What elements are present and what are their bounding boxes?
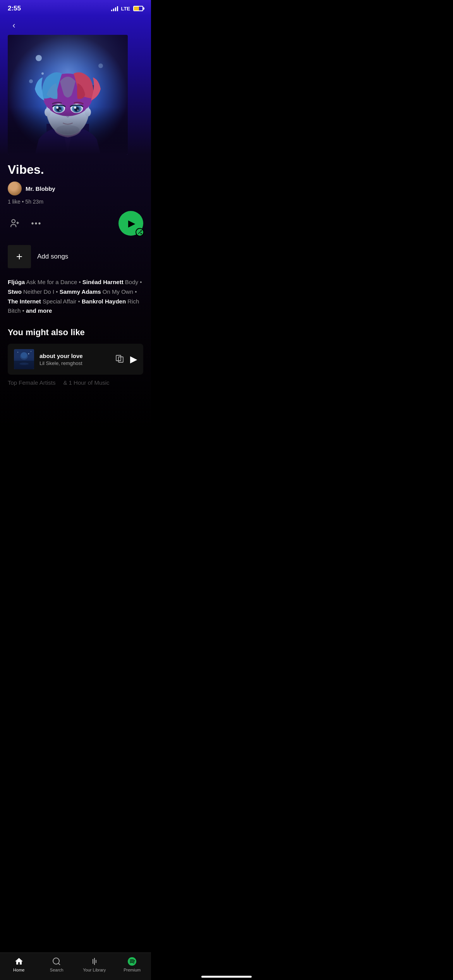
shuffle-badge xyxy=(136,228,144,236)
album-art-container xyxy=(8,35,143,155)
add-songs-box: + xyxy=(8,245,31,268)
creator-avatar[interactable] xyxy=(8,182,22,195)
svg-point-28 xyxy=(12,219,15,223)
lte-label: LTE xyxy=(121,6,130,12)
blurred-item-2: & 1 Hour of Music xyxy=(63,379,109,386)
song-body: Body • xyxy=(125,279,142,285)
blurred-item-1: Top Female Artists xyxy=(8,379,55,386)
song-special: Special Affair • xyxy=(43,298,82,305)
back-button[interactable]: ‹ xyxy=(8,19,20,32)
playlist-info: Vibes. Mr. Blobby 1 like • 5h 23m ••• ▶ xyxy=(0,155,151,429)
song-description: Fljúga Ask Me for a Dance • Sinéad Harne… xyxy=(8,278,143,316)
artist-fljuga: Fljúga xyxy=(8,279,25,285)
connect-device-button[interactable] xyxy=(115,354,125,365)
song-neither: Neither Do I • xyxy=(23,288,60,295)
and-more-text: and more xyxy=(26,307,52,314)
creator-name[interactable]: Mr. Blobby xyxy=(26,185,55,192)
status-bar: 2:55 LTE xyxy=(0,0,151,15)
add-plus-icon: + xyxy=(16,250,22,263)
play-icon: ▶ xyxy=(128,218,135,229)
rec-title: about your love xyxy=(39,353,110,359)
svg-point-39 xyxy=(31,351,31,352)
artist-sinead: Sinéad Harnett xyxy=(82,279,124,285)
svg-point-38 xyxy=(28,353,29,355)
rec-artist: Lil Skele, remghost xyxy=(39,360,110,366)
follow-icon xyxy=(10,218,20,228)
song-on-my-own: On My Own • xyxy=(103,288,137,295)
more-dots-icon: ••• xyxy=(31,219,41,228)
signal-icon xyxy=(111,6,118,11)
hero-section: ‹ xyxy=(0,15,151,155)
add-songs-row[interactable]: + Add songs xyxy=(8,245,143,268)
rec-info: about your love Lil Skele, remghost xyxy=(39,353,110,366)
playlist-title: Vibes. xyxy=(8,163,143,177)
rec-actions: ▶ xyxy=(115,354,137,365)
album-art xyxy=(8,35,128,155)
recommendation-card[interactable]: about your love Lil Skele, remghost ▶ xyxy=(8,344,143,375)
artist-internet: The Internet xyxy=(8,298,41,305)
blurred-section: Top Female Artists & 1 Hour of Music xyxy=(8,376,143,389)
back-arrow-icon: ‹ xyxy=(12,21,15,31)
follow-button[interactable] xyxy=(8,216,22,230)
creator-row: Mr. Blobby xyxy=(8,182,143,195)
add-songs-label: Add songs xyxy=(37,253,68,260)
rec-play-button[interactable]: ▶ xyxy=(130,354,137,365)
controls-row: ••• ▶ xyxy=(8,211,143,236)
svg-rect-27 xyxy=(8,35,128,155)
artist-stwo: Stwo xyxy=(8,288,22,295)
status-icons: LTE xyxy=(111,6,143,12)
play-button[interactable]: ▶ xyxy=(118,211,143,236)
connect-device-icon xyxy=(115,354,125,363)
battery-icon xyxy=(133,6,143,11)
rec-art xyxy=(14,349,34,369)
controls-left: ••• xyxy=(8,216,43,230)
song-ask-me: Ask Me for a Dance • xyxy=(26,279,82,285)
artist-bankrol: Bankrol Hayden xyxy=(82,298,126,305)
svg-point-37 xyxy=(17,352,18,353)
artist-sammy: Sammy Adams xyxy=(60,288,101,295)
status-time: 2:55 xyxy=(8,5,21,12)
recommendations-title: You might also like xyxy=(8,327,143,338)
playlist-meta: 1 like • 5h 23m xyxy=(8,199,143,205)
more-button[interactable]: ••• xyxy=(29,216,43,230)
anime-artwork xyxy=(8,35,128,155)
